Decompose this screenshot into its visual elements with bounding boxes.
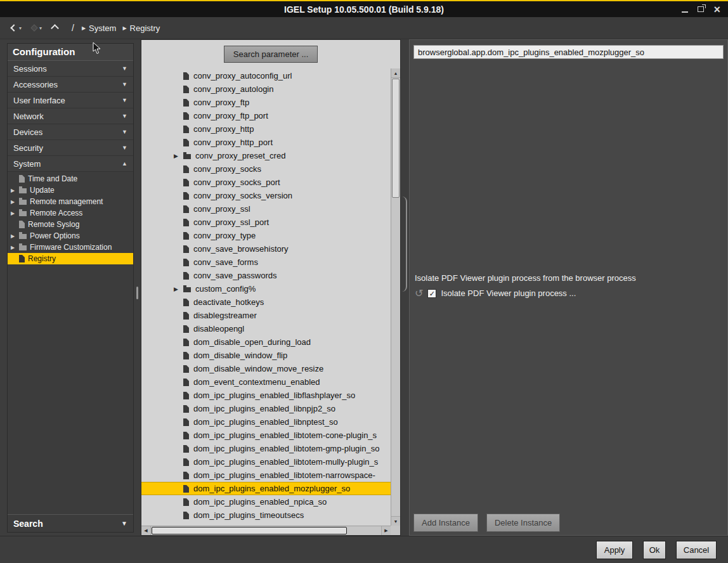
divider-handle[interactable]: [402, 197, 407, 292]
registry-item-conv-save-browsehistory[interactable]: conv_save_browsehistory: [141, 242, 391, 256]
registry-item-disableopengl[interactable]: disableopengl: [141, 322, 391, 335]
parameter-path-field[interactable]: [413, 45, 724, 59]
expand-arrow-icon[interactable]: ▶: [11, 210, 19, 216]
registry-item-dom-ipc-plugins-enabled-libtotem-gmp-plugin-so[interactable]: dom_ipc_plugins_enabled_libtotem-gmp-plu…: [141, 442, 391, 455]
panel-divider[interactable]: [401, 39, 409, 536]
registry-item-dom-disable-open-during-load[interactable]: dom_disable_open_during_load: [141, 335, 391, 349]
minimize-icon[interactable]: [682, 6, 688, 13]
breadcrumb-item-registry[interactable]: ▶Registry: [122, 23, 160, 33]
cancel-button[interactable]: Cancel: [676, 541, 717, 559]
registry-item-label: deactivate_hotkeys: [193, 297, 264, 307]
sidebar-item-label: Sessions: [13, 64, 47, 74]
registry-item-custom-config[interactable]: ▶custom_config%: [141, 282, 391, 295]
registry-item-dom-ipc-plugins-enabled-libtotem-cone-plugin-s[interactable]: dom_ipc_plugins_enabled_libtotem-cone-pl…: [141, 429, 391, 442]
sidebar-item-user-interface[interactable]: User Interface▼: [8, 93, 133, 108]
horizontal-scrollbar-thumb[interactable]: [152, 527, 347, 534]
registry-item-dom-ipc-plugins-enabled-libtotem-narrowspace[interactable]: dom_ipc_plugins_enabled_libtotem-narrows…: [141, 469, 391, 482]
sidebar-tree-item-time-and-date[interactable]: Time and Date: [8, 173, 133, 184]
expand-arrow-icon[interactable]: ▶: [174, 286, 183, 292]
expand-arrow-icon[interactable]: ▶: [11, 233, 19, 239]
scroll-left-icon[interactable]: ◀: [141, 526, 151, 535]
expand-arrow-icon[interactable]: ▶: [11, 199, 19, 205]
sidebar-tree-item-firmware-customization[interactable]: ▶Firmware Customization: [8, 242, 133, 253]
registry-item-deactivate-hotkeys[interactable]: deactivate_hotkeys: [141, 295, 391, 309]
ok-button[interactable]: Ok: [643, 541, 666, 559]
file-icon: [183, 405, 189, 413]
registry-item-conv-save-passwords[interactable]: conv_save_passwords: [141, 269, 391, 282]
scroll-right-icon[interactable]: ▶: [381, 526, 391, 535]
scroll-up-icon[interactable]: ▲: [391, 68, 400, 78]
registry-item-label: custom_config%: [195, 284, 256, 294]
registry-item-dom-ipc-plugins-enabled-mozplugger-so[interactable]: dom_ipc_plugins_enabled_mozplugger_so: [141, 482, 391, 495]
breadcrumb-item-system[interactable]: ▶System: [82, 23, 117, 33]
registry-item-dom-ipc-plugins-enabled-npica-so[interactable]: dom_ipc_plugins_enabled_npica_so: [141, 495, 391, 508]
registry-item-conv-proxy-socks[interactable]: conv_proxy_socks: [141, 162, 391, 176]
registry-item-conv-save-forms[interactable]: conv_save_forms: [141, 256, 391, 269]
registry-item-dom-ipc-plugins-enabled-libnptest-so[interactable]: dom_ipc_plugins_enabled_libnptest_so: [141, 415, 391, 429]
up-button[interactable]: [52, 25, 58, 31]
registry-item-conv-proxy-preset-cred[interactable]: ▶conv_proxy_preset_cred: [141, 149, 391, 162]
registry-item-conv-proxy-ftp[interactable]: conv_proxy_ftp: [141, 96, 391, 109]
sidebar-item-security[interactable]: Security▼: [8, 140, 133, 156]
sidebar-item-system[interactable]: System▲: [8, 156, 133, 172]
sidebar-tree-item-remote-management[interactable]: ▶Remote management: [8, 196, 133, 207]
expand-arrow-icon[interactable]: ▶: [11, 188, 19, 193]
registry-item-conv-proxy-ssl[interactable]: conv_proxy_ssl: [141, 202, 391, 216]
registry-item-dom-event-contextmenu-enabled[interactable]: dom_event_contextmenu_enabled: [141, 375, 391, 389]
sidebar-item-sessions[interactable]: Sessions▼: [8, 61, 133, 77]
back-dropdown-icon[interactable]: ▾: [19, 25, 22, 31]
sidebar-item-network[interactable]: Network▼: [8, 108, 133, 124]
registry-item-dom-disable-window-move-resize[interactable]: dom_disable_window_move_resize: [141, 362, 391, 375]
search-parameter-button[interactable]: Search parameter ...: [224, 46, 318, 63]
registry-item-conv-proxy-socks-version[interactable]: conv_proxy_socks_version: [141, 189, 391, 202]
registry-item-label: conv_proxy_socks_port: [193, 178, 280, 187]
registry-item-label: conv_proxy_http_port: [193, 138, 273, 147]
sidebar-search[interactable]: Search ▼: [8, 514, 133, 532]
registry-item-dom-disable-window-flip[interactable]: dom_disable_window_flip: [141, 349, 391, 362]
sidebar-tree-item-remote-syslog[interactable]: Remote Syslog: [8, 219, 133, 230]
registry-item-conv-proxy-ftp-port[interactable]: conv_proxy_ftp_port: [141, 109, 391, 122]
back-button[interactable]: ▾: [11, 25, 22, 31]
registry-item-dom-ipc-plugins-enabled-libnpjp2-so[interactable]: dom_ipc_plugins_enabled_libnpjp2_so: [141, 402, 391, 415]
isolate-plugin-checkbox[interactable]: ✓: [427, 289, 436, 298]
registry-item-conv-proxy-http-port[interactable]: conv_proxy_http_port: [141, 136, 391, 149]
sidebar-tree-item-registry[interactable]: Registry: [8, 253, 133, 264]
registry-item-conv-proxy-autoconfig-url[interactable]: conv_proxy_autoconfig_url: [141, 69, 391, 82]
sidebar-splitter[interactable]: [134, 39, 141, 536]
registry-item-conv-proxy-type[interactable]: conv_proxy_type: [141, 229, 391, 242]
registry-item-dom-ipc-plugins-enabled-libflashplayer-so[interactable]: dom_ipc_plugins_enabled_libflashplayer_s…: [141, 389, 391, 402]
horizontal-scrollbar[interactable]: ◀ ▶: [141, 526, 391, 535]
apply-button[interactable]: Apply: [596, 541, 633, 559]
mouse-cursor: [93, 42, 101, 55]
splitter-handle[interactable]: [136, 287, 138, 299]
forward-button[interactable]: ▾: [32, 25, 42, 31]
restore-icon[interactable]: [698, 6, 704, 12]
igel-setup-window: IGEL Setup 10.05.500.01 (Build 5.9.18) ×…: [0, 0, 728, 563]
sidebar-tree-item-update[interactable]: ▶Update: [8, 184, 133, 196]
forward-dropdown-icon[interactable]: ▾: [39, 25, 42, 31]
registry-item-disablegstreamer[interactable]: disablegstreamer: [141, 309, 391, 322]
registry-item-dom-ipc-plugins-timeoutsecs[interactable]: dom_ipc_plugins_timeoutsecs: [141, 508, 391, 522]
registry-item-label: conv_proxy_socks: [193, 164, 261, 174]
scroll-down-icon[interactable]: ▼: [391, 516, 400, 526]
vertical-scrollbar[interactable]: ▲ ▼: [391, 68, 400, 526]
main-content: Configuration Sessions▼Accessories▼User …: [0, 39, 728, 536]
reset-to-default-icon[interactable]: ↺: [415, 289, 423, 298]
sidebar-item-devices[interactable]: Devices▼: [8, 124, 133, 140]
sidebar-tree-item-power-options[interactable]: ▶Power Options: [8, 230, 133, 242]
sidebar-tree-item-remote-access[interactable]: ▶Remote Access: [8, 207, 133, 219]
registry-item-conv-proxy-socks-port[interactable]: conv_proxy_socks_port: [141, 176, 391, 189]
close-icon[interactable]: ×: [713, 4, 720, 15]
expand-arrow-icon[interactable]: ▶: [11, 245, 19, 250]
registry-item-dom-ipc-plugins-enabled-libtotem-mully-plugin-s[interactable]: dom_ipc_plugins_enabled_libtotem-mully-p…: [141, 455, 391, 469]
registry-item-conv-proxy-ssl-port[interactable]: conv_proxy_ssl_port: [141, 216, 391, 229]
sidebar-item-accessories[interactable]: Accessories▼: [8, 77, 133, 93]
file-icon: [183, 498, 189, 506]
registry-item-conv-proxy-http[interactable]: conv_proxy_http: [141, 122, 391, 136]
add-instance-button[interactable]: Add Instance: [413, 514, 478, 532]
expand-arrow-icon[interactable]: ▶: [174, 153, 183, 159]
vertical-scrollbar-thumb[interactable]: [392, 79, 400, 198]
delete-instance-button[interactable]: Delete Instance: [486, 514, 560, 532]
registry-item-conv-proxy-autologin[interactable]: conv_proxy_autologin: [141, 82, 391, 96]
registry-item-label: dom_ipc_plugins_enabled_libflashplayer_s…: [193, 391, 355, 400]
